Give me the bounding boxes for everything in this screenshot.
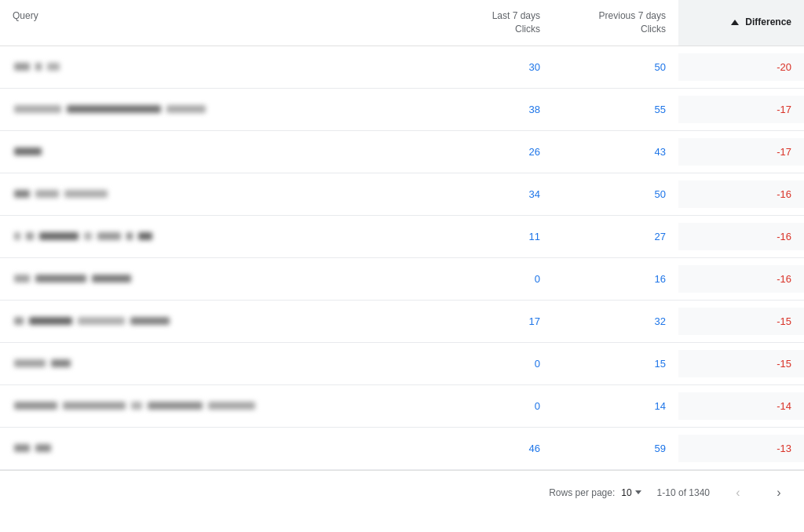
difference-cell: -16 [678, 265, 804, 293]
main-table: Query Last 7 days Clicks Previous 7 days… [0, 0, 804, 532]
difference-cell: -16 [678, 223, 804, 250]
prev-clicks-cell[interactable]: 59 [553, 435, 678, 462]
last-clicks-cell[interactable]: 0 [427, 392, 553, 420]
last-clicks-cell[interactable]: 0 [427, 350, 553, 377]
last-clicks-cell[interactable]: 17 [427, 308, 553, 335]
last-clicks-cell[interactable]: 11 [427, 223, 553, 250]
prev-clicks-cell[interactable]: 32 [553, 308, 678, 335]
last7days-column-header: Last 7 days Clicks [427, 0, 553, 46]
sort-asc-icon [731, 20, 739, 25]
last-clicks-cell[interactable]: 0 [427, 265, 553, 293]
prev-clicks-cell[interactable]: 50 [553, 53, 678, 81]
difference-cell: -16 [678, 180, 804, 208]
rows-per-page-value: 10 [621, 487, 631, 498]
table-row: 2643-17 [0, 131, 804, 173]
prev-page-button[interactable]: ‹ [725, 480, 751, 505]
table-body: 3050-203855-172643-173450-161127-16016-1… [0, 46, 804, 470]
last-clicks-cell[interactable]: 34 [427, 180, 553, 208]
query-column-header: Query [0, 0, 427, 46]
last-clicks-cell[interactable]: 38 [427, 96, 553, 123]
prev-clicks-cell[interactable]: 55 [553, 96, 678, 123]
rows-per-page-label: Rows per page: [549, 487, 615, 498]
table-row: 4659-13 [0, 428, 804, 470]
table-row: 3050-20 [0, 46, 804, 89]
difference-cell: -20 [678, 53, 804, 81]
difference-cell: -13 [678, 435, 804, 462]
prev-clicks-cell[interactable]: 15 [553, 350, 678, 377]
table-row: 3450-16 [0, 173, 804, 216]
table-row: 1732-15 [0, 301, 804, 343]
table-footer: Rows per page: 10 1-10 of 1340 ‹ › [0, 470, 804, 515]
next-page-button[interactable]: › [766, 480, 791, 505]
prev-clicks-cell[interactable]: 27 [553, 223, 678, 250]
difference-cell: -14 [678, 392, 804, 420]
prev-clicks-cell[interactable]: 50 [553, 180, 678, 208]
difference-column-header[interactable]: Difference [678, 0, 804, 46]
table-row: 3855-17 [0, 89, 804, 131]
pagination-info: 1-10 of 1340 [657, 487, 710, 498]
previous7days-column-header: Previous 7 days Clicks [553, 0, 678, 46]
last-clicks-cell[interactable]: 46 [427, 435, 553, 462]
difference-cell: -15 [678, 308, 804, 335]
prev-clicks-cell[interactable]: 16 [553, 265, 678, 293]
prev-clicks-cell[interactable]: 43 [553, 138, 678, 166]
prev-clicks-cell[interactable]: 14 [553, 392, 678, 420]
difference-cell: -15 [678, 350, 804, 377]
table-row: 016-16 [0, 258, 804, 301]
difference-cell: -17 [678, 138, 804, 166]
rows-per-page-control: Rows per page: 10 [549, 487, 641, 498]
difference-cell: -17 [678, 96, 804, 123]
last-clicks-cell[interactable]: 26 [427, 138, 553, 166]
table-row: 1127-16 [0, 216, 804, 258]
table-row: 015-15 [0, 343, 804, 385]
table-row: 014-14 [0, 385, 804, 428]
chevron-down-icon [635, 490, 641, 494]
last-clicks-cell[interactable]: 30 [427, 53, 553, 81]
table-header: Query Last 7 days Clicks Previous 7 days… [0, 0, 804, 46]
rows-per-page-select[interactable]: 10 [621, 487, 641, 498]
